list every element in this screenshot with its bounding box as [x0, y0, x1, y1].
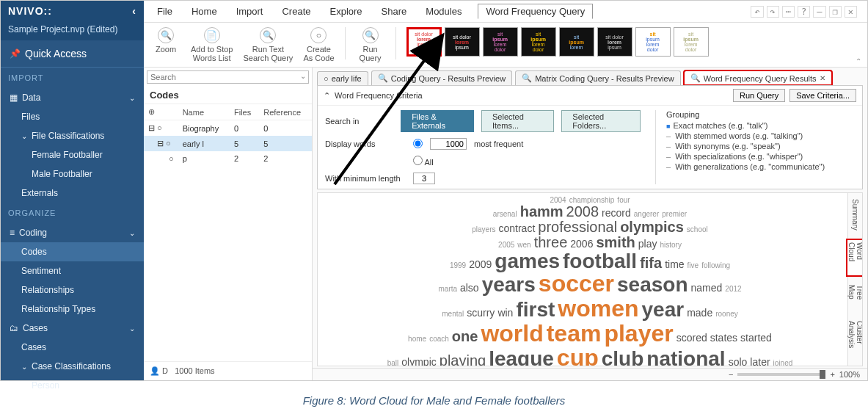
sidebar-item-data[interactable]: ▦ Data ⌄ [1, 88, 144, 107]
sidebar-item-codes[interactable]: Codes [1, 242, 144, 261]
menu-home[interactable]: Home [189, 4, 220, 18]
zoom-slider[interactable] [737, 373, 825, 376]
quick-access[interactable]: 📌 Quick Access [1, 40, 144, 68]
logo-text: NVIVO:: [8, 5, 52, 17]
tab-early-life[interactable]: ○ early life [317, 71, 368, 85]
input-min-length[interactable] [413, 173, 435, 184]
sidebar-item-coding[interactable]: ≡ Coding ⌄ [1, 223, 144, 242]
sidebar-item-relationship-types[interactable]: Relationship Types [1, 300, 144, 319]
pill-selected-folders[interactable]: Selected Folders... [561, 110, 641, 132]
style-thumb-8[interactable]: sitipsumloremdolor [674, 27, 709, 57]
col-name[interactable]: Name [178, 104, 230, 120]
input-word-count[interactable] [430, 138, 467, 150]
collapse-icon[interactable]: ‹ [132, 5, 136, 17]
data-icon: ▦ [10, 93, 18, 103]
grouping-exact[interactable]: Exact matches (e.g. "talk") [666, 120, 855, 131]
col-reference[interactable]: Reference [259, 104, 312, 120]
menu-share[interactable]: Share [379, 4, 410, 18]
btn-max[interactable]: ❐ [829, 6, 842, 18]
sidetab-summary[interactable]: Summary [850, 196, 860, 233]
sidebar-item-sentiment[interactable]: Sentiment [1, 261, 144, 280]
btn-min[interactable]: — [813, 6, 825, 18]
sidebar-item-male[interactable]: Male Footballer [1, 164, 144, 184]
btn-close[interactable]: ✕ [845, 6, 857, 18]
menu-import[interactable]: Import [233, 4, 266, 18]
word-cloud-viewport: 2004championshipfour arsenalhamm2008reco… [317, 192, 863, 366]
chevron-down-icon: ⌄ [129, 229, 135, 237]
grouping-synonyms[interactable]: With synonyms (e.g. "speak") [666, 141, 855, 151]
codes-table: ⊕ Name Files Reference ⊟ ○Biography00 ⊟ … [144, 104, 312, 166]
style-thumb-5[interactable]: sitipsumlorem [559, 27, 594, 57]
codes-header: Codes [144, 87, 312, 104]
col-files[interactable]: Files [230, 104, 259, 120]
style-thumb-6[interactable]: sit dolorloremipsum [597, 27, 632, 57]
style-thumb-7[interactable]: sitipsumloremdolor [635, 27, 671, 57]
criteria-title: Word Frequency Criteria [335, 91, 423, 100]
radio-most-frequent[interactable] [413, 139, 423, 150]
ribbon-run-query[interactable]: 🔍Run Query [356, 27, 385, 62]
ribbon-zoom[interactable]: 🔍Zoom [151, 27, 180, 54]
menu-file[interactable]: File [154, 4, 175, 18]
ribbon-create-as-code[interactable]: ○Create As Code [303, 27, 334, 62]
ribbon-run-text-search[interactable]: 🔍Run Text Search Query [244, 27, 293, 62]
chevron-down-icon: ⌄ [129, 324, 135, 333]
sidebar-item-person[interactable]: Person [1, 376, 144, 395]
section-organize: ORGANIZE [1, 203, 144, 223]
btn-undo[interactable]: ↶ [751, 6, 763, 18]
pill-selected-items[interactable]: Selected Items... [481, 110, 554, 132]
zoom-in-icon[interactable]: + [830, 370, 834, 379]
sidetab-tree-map[interactable]: Tree Map [847, 282, 864, 313]
chevron-down-icon: ⌄ [21, 132, 27, 140]
pill-files-externals[interactable]: Files & Externals [401, 110, 474, 132]
ribbon-collapse-icon[interactable]: ⌃ [856, 57, 861, 65]
ribbon-stop-words[interactable]: 📄Add to Stop Words List [191, 27, 233, 62]
table-row[interactable]: ○p22 [144, 151, 312, 166]
style-thumb-1[interactable]: sit dolorloremipsumamet [406, 27, 442, 57]
menu-bar: File Home Import Create Explore Share Mo… [144, 1, 867, 23]
style-thumb-2[interactable]: sit dolorloremipsum [445, 27, 480, 57]
close-icon[interactable]: ✕ [820, 74, 825, 82]
runquery-icon: 🔍 [362, 27, 379, 43]
chevron-down-icon: ⌄ [129, 94, 135, 102]
menu-word-frequency-query[interactable]: Word Frequency Query [478, 4, 593, 19]
sidebar-item-cases-list[interactable]: Cases [1, 338, 144, 357]
table-row[interactable]: ⊟ ○Biography00 [144, 120, 312, 137]
grouping-generalizations[interactable]: With generalizations (e.g. "communicate"… [666, 162, 855, 172]
save-criteria-button[interactable]: Save Criteria... [789, 89, 856, 102]
zoom-out-icon[interactable]: − [729, 370, 733, 379]
pin-icon: 📌 [10, 48, 21, 59]
sidebar-item-file-classifications[interactable]: ⌄ File Classifications [1, 126, 144, 145]
btn-opts[interactable]: ⋯ [782, 6, 795, 18]
table-row[interactable]: ⊟ ○early l55 [144, 136, 312, 151]
sidetab-word-cloud[interactable]: Word Cloud [847, 239, 864, 276]
word-cloud: 2004championshipfour arsenalhamm2008reco… [384, 195, 795, 364]
sidebar-item-relationships[interactable]: Relationships [1, 280, 144, 300]
person-icon: 👤 [150, 366, 160, 375]
window-buttons: ↶ ↷ ⋯ ? — ❐ ✕ [751, 6, 857, 18]
menu-create[interactable]: Create [279, 4, 313, 18]
menu-modules[interactable]: Modules [423, 4, 464, 18]
sidetab-cluster-analysis[interactable]: Cluster Analysis [847, 318, 864, 366]
run-query-button[interactable]: Run Query [733, 89, 785, 102]
tab-matrix-coding-results[interactable]: 🔍 Matrix Coding Query - Results Preview [515, 70, 681, 85]
collapse-icon[interactable]: ⌃ [324, 91, 330, 101]
sidebar-item-case-classifications[interactable]: ⌄ Case Classifications [1, 357, 144, 376]
btn-help[interactable]: ? [798, 6, 810, 18]
sidebar-item-female[interactable]: Female Footballer [1, 145, 144, 164]
codes-list-panel: Codes ⊕ Name Files Reference ⊟ ○Biograph… [144, 68, 313, 380]
sidebar-item-externals[interactable]: Externals [1, 184, 144, 203]
grouping-stemmed[interactable]: With stemmed words (e.g. "talking") [666, 131, 855, 141]
sidebar-item-files[interactable]: Files [1, 107, 144, 126]
createcode-icon: ○ [310, 27, 327, 43]
tab-word-frequency-results[interactable]: 🔍 Word Frequency Query Results✕ [684, 70, 832, 85]
tab-coding-query-results[interactable]: 🔍 Coding Query - Results Preview [371, 70, 513, 85]
grouping-specializations[interactable]: With specializations (e.g. "whisper") [666, 151, 855, 162]
style-thumb-4[interactable]: sitipsumloremdolor [521, 27, 556, 57]
style-thumb-3[interactable]: sitipsumloremdolor [483, 27, 518, 57]
btn-redo[interactable]: ↷ [767, 6, 779, 18]
radio-all[interactable]: All [413, 156, 434, 167]
quick-access-label: Quick Access [25, 48, 87, 59]
codes-search-input[interactable] [147, 70, 309, 84]
menu-explore[interactable]: Explore [327, 4, 365, 18]
sidebar-item-cases[interactable]: 🗂 Cases ⌄ [1, 319, 144, 338]
